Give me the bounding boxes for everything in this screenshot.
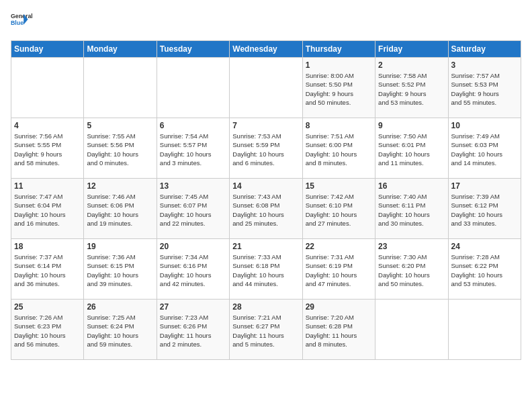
cell-info: Sunrise: 7:53 AMSunset: 5:59 PMDaylight:… — [232, 132, 299, 167]
cell-day-number: 13 — [160, 181, 226, 191]
calendar-cell: 23Sunrise: 7:30 AMSunset: 6:20 PMDayligh… — [375, 239, 448, 300]
cell-info: Sunrise: 7:34 AMSunset: 6:16 PMDaylight:… — [160, 253, 226, 288]
calendar-cell: 10Sunrise: 7:49 AMSunset: 6:03 PMDayligh… — [448, 118, 521, 179]
calendar-cell: 25Sunrise: 7:26 AMSunset: 6:23 PMDayligh… — [11, 300, 84, 360]
header-wednesday: Wednesday — [230, 41, 302, 58]
cell-day-number: 16 — [378, 181, 445, 191]
logo-icon: GeneralBlue — [11, 11, 32, 32]
header-tuesday: Tuesday — [157, 41, 229, 58]
header-monday: Monday — [84, 41, 157, 58]
cell-info: Sunrise: 7:47 AMSunset: 6:04 PMDaylight:… — [14, 192, 81, 228]
calendar-cell: 3Sunrise: 7:57 AMSunset: 5:53 PMDaylight… — [448, 58, 521, 118]
cell-info: Sunrise: 7:20 AMSunset: 6:28 PMDaylight:… — [306, 313, 372, 349]
calendar-week-row: 4Sunrise: 7:56 AMSunset: 5:55 PMDaylight… — [11, 118, 521, 179]
cell-info: Sunrise: 7:25 AMSunset: 6:24 PMDaylight:… — [87, 313, 153, 349]
calendar-week-row: 11Sunrise: 7:47 AMSunset: 6:04 PMDayligh… — [11, 179, 521, 239]
cell-info: Sunrise: 7:33 AMSunset: 6:18 PMDaylight:… — [232, 253, 299, 288]
cell-day-number: 12 — [87, 181, 153, 191]
cell-info: Sunrise: 8:00 AMSunset: 5:50 PMDaylight:… — [306, 71, 372, 107]
calendar-cell: 26Sunrise: 7:25 AMSunset: 6:24 PMDayligh… — [84, 300, 157, 360]
cell-info: Sunrise: 7:40 AMSunset: 6:11 PMDaylight:… — [378, 192, 445, 228]
cell-info: Sunrise: 7:28 AMSunset: 6:22 PMDaylight:… — [451, 253, 518, 288]
cell-day-number: 5 — [87, 121, 153, 130]
cell-info: Sunrise: 7:42 AMSunset: 6:10 PMDaylight:… — [306, 192, 372, 228]
cell-day-number: 1 — [306, 60, 372, 70]
cell-day-number: 23 — [378, 242, 445, 251]
calendar-week-row: 1Sunrise: 8:00 AMSunset: 5:50 PMDaylight… — [11, 58, 521, 118]
cell-info: Sunrise: 7:51 AMSunset: 6:00 PMDaylight:… — [306, 132, 372, 167]
header-sunday: Sunday — [11, 41, 84, 58]
cell-day-number: 11 — [14, 181, 81, 191]
cell-info: Sunrise: 7:46 AMSunset: 6:06 PMDaylight:… — [87, 192, 153, 228]
calendar-header-row: SundayMondayTuesdayWednesdayThursdayFrid… — [11, 41, 521, 58]
cell-info: Sunrise: 7:57 AMSunset: 5:53 PMDaylight:… — [451, 71, 518, 107]
calendar-cell: 28Sunrise: 7:21 AMSunset: 6:27 PMDayligh… — [230, 300, 302, 360]
cell-day-number: 28 — [232, 302, 299, 312]
header-thursday: Thursday — [302, 41, 375, 58]
calendar-cell: 14Sunrise: 7:43 AMSunset: 6:08 PMDayligh… — [230, 179, 302, 239]
cell-day-number: 21 — [232, 242, 299, 251]
header-saturday: Saturday — [448, 41, 521, 58]
cell-day-number: 29 — [306, 302, 372, 312]
cell-day-number: 26 — [87, 302, 153, 312]
calendar-cell: 20Sunrise: 7:34 AMSunset: 6:16 PMDayligh… — [157, 239, 229, 300]
calendar-cell: 18Sunrise: 7:37 AMSunset: 6:14 PMDayligh… — [11, 239, 84, 300]
cell-info: Sunrise: 7:26 AMSunset: 6:23 PMDaylight:… — [14, 313, 81, 349]
cell-day-number: 10 — [451, 121, 518, 130]
svg-text:General: General — [11, 13, 32, 19]
cell-info: Sunrise: 7:55 AMSunset: 5:56 PMDaylight:… — [87, 132, 153, 167]
cell-day-number: 25 — [14, 302, 81, 312]
calendar-cell: 24Sunrise: 7:28 AMSunset: 6:22 PMDayligh… — [448, 239, 521, 300]
calendar-cell — [84, 58, 157, 118]
calendar-cell: 4Sunrise: 7:56 AMSunset: 5:55 PMDaylight… — [11, 118, 84, 179]
cell-info: Sunrise: 7:56 AMSunset: 5:55 PMDaylight:… — [14, 132, 81, 167]
svg-text:Blue: Blue — [11, 19, 24, 26]
cell-day-number: 15 — [306, 181, 372, 191]
cell-day-number: 4 — [14, 121, 81, 130]
cell-info: Sunrise: 7:58 AMSunset: 5:52 PMDaylight:… — [378, 71, 445, 107]
cell-info: Sunrise: 7:39 AMSunset: 6:12 PMDaylight:… — [451, 192, 518, 228]
calendar-week-row: 25Sunrise: 7:26 AMSunset: 6:23 PMDayligh… — [11, 300, 521, 360]
calendar-cell: 29Sunrise: 7:20 AMSunset: 6:28 PMDayligh… — [302, 300, 375, 360]
calendar-cell: 1Sunrise: 8:00 AMSunset: 5:50 PMDaylight… — [302, 58, 375, 118]
cell-info: Sunrise: 7:37 AMSunset: 6:14 PMDaylight:… — [14, 253, 81, 288]
cell-info: Sunrise: 7:50 AMSunset: 6:01 PMDaylight:… — [378, 132, 445, 167]
calendar-cell: 16Sunrise: 7:40 AMSunset: 6:11 PMDayligh… — [375, 179, 448, 239]
cell-day-number: 7 — [232, 121, 299, 130]
calendar-week-row: 18Sunrise: 7:37 AMSunset: 6:14 PMDayligh… — [11, 239, 521, 300]
calendar-cell: 22Sunrise: 7:31 AMSunset: 6:19 PMDayligh… — [302, 239, 375, 300]
calendar-cell — [375, 300, 448, 360]
calendar-cell: 17Sunrise: 7:39 AMSunset: 6:12 PMDayligh… — [448, 179, 521, 239]
cell-day-number: 8 — [306, 121, 372, 130]
header-friday: Friday — [375, 41, 448, 58]
cell-day-number: 19 — [87, 242, 153, 251]
calendar-cell: 11Sunrise: 7:47 AMSunset: 6:04 PMDayligh… — [11, 179, 84, 239]
cell-day-number: 20 — [160, 242, 226, 251]
cell-day-number: 18 — [14, 242, 81, 251]
calendar-cell: 19Sunrise: 7:36 AMSunset: 6:15 PMDayligh… — [84, 239, 157, 300]
cell-day-number: 27 — [160, 302, 226, 312]
cell-info: Sunrise: 7:31 AMSunset: 6:19 PMDaylight:… — [306, 253, 372, 288]
calendar-cell — [230, 58, 302, 118]
calendar-cell: 27Sunrise: 7:23 AMSunset: 6:26 PMDayligh… — [157, 300, 229, 360]
calendar-cell: 12Sunrise: 7:46 AMSunset: 6:06 PMDayligh… — [84, 179, 157, 239]
calendar-cell: 5Sunrise: 7:55 AMSunset: 5:56 PMDaylight… — [84, 118, 157, 179]
cell-day-number: 6 — [160, 121, 226, 130]
cell-info: Sunrise: 7:30 AMSunset: 6:20 PMDaylight:… — [378, 253, 445, 288]
cell-info: Sunrise: 7:43 AMSunset: 6:08 PMDaylight:… — [232, 192, 299, 228]
calendar-cell: 9Sunrise: 7:50 AMSunset: 6:01 PMDaylight… — [375, 118, 448, 179]
cell-info: Sunrise: 7:54 AMSunset: 5:57 PMDaylight:… — [160, 132, 226, 167]
cell-day-number: 22 — [306, 242, 372, 251]
cell-day-number: 2 — [378, 60, 445, 70]
calendar-table: SundayMondayTuesdayWednesdayThursdayFrid… — [11, 40, 521, 360]
cell-info: Sunrise: 7:23 AMSunset: 6:26 PMDaylight:… — [160, 313, 226, 349]
cell-day-number: 24 — [451, 242, 518, 251]
calendar-cell: 6Sunrise: 7:54 AMSunset: 5:57 PMDaylight… — [157, 118, 229, 179]
calendar-cell: 7Sunrise: 7:53 AMSunset: 5:59 PMDaylight… — [230, 118, 302, 179]
cell-day-number: 3 — [451, 60, 518, 70]
calendar-cell: 8Sunrise: 7:51 AMSunset: 6:00 PMDaylight… — [302, 118, 375, 179]
calendar-cell: 15Sunrise: 7:42 AMSunset: 6:10 PMDayligh… — [302, 179, 375, 239]
cell-info: Sunrise: 7:45 AMSunset: 6:07 PMDaylight:… — [160, 192, 226, 228]
calendar-cell — [11, 58, 84, 118]
logo: GeneralBlue — [11, 11, 32, 32]
